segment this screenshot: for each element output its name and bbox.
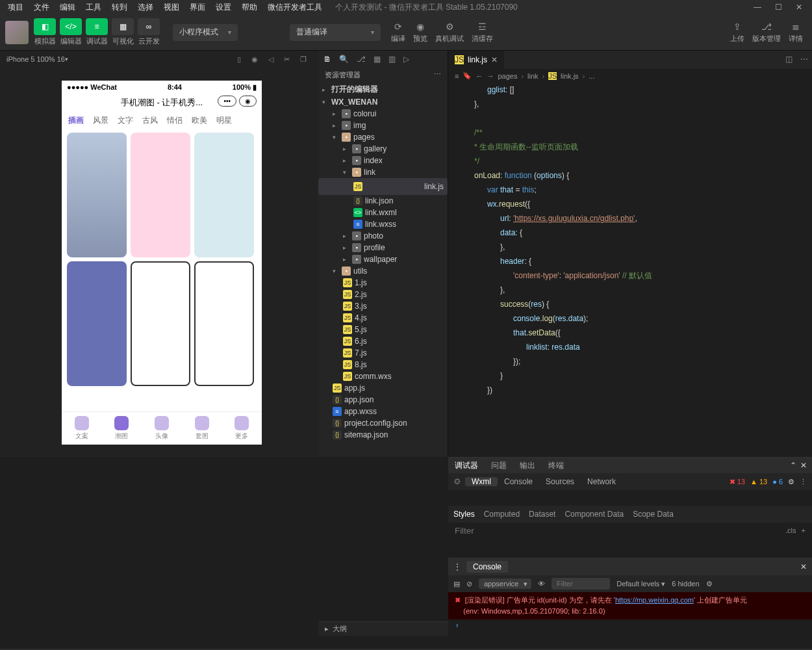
code-area[interactable]: gglist: [] }, /** * 生命周期函数--监听页面加载 */ on… — [448, 83, 812, 457]
minimize-icon[interactable]: — — [748, 3, 767, 12]
component-data-tab[interactable]: Component Data — [565, 510, 624, 519]
tree-file[interactable]: JSlink.js — [318, 178, 448, 195]
mute-icon[interactable]: ◁ — [268, 55, 273, 64]
visual-button[interactable]: ▦ — [112, 18, 134, 35]
tree-file[interactable]: JS5.js — [318, 324, 448, 335]
cut-icon[interactable]: ✂ — [284, 55, 290, 64]
menu-item[interactable]: 工具 — [82, 1, 105, 14]
tree-file[interactable]: JScomm.wxs — [318, 370, 448, 382]
console-tab[interactable]: Console — [498, 477, 539, 486]
tree-file[interactable]: JS3.js — [318, 300, 448, 312]
tree-file[interactable]: JS1.js — [318, 277, 448, 289]
forward-icon[interactable]: → — [487, 72, 494, 80]
device-info[interactable]: iPhone 5 100% 16 — [6, 55, 65, 63]
dataset-tab[interactable]: Dataset — [529, 510, 555, 519]
tree-folder[interactable]: ▾▪pages — [318, 131, 448, 143]
tree-folder[interactable]: ▾▪link — [318, 166, 448, 178]
wallpaper-item[interactable] — [67, 261, 127, 386]
console-input[interactable]: › — [448, 619, 812, 631]
record-icon[interactable]: ◉ — [251, 55, 258, 64]
capsule-menu-icon[interactable]: ••• — [218, 96, 236, 107]
menu-item[interactable]: 帮助 — [238, 1, 261, 14]
preview-icon[interactable]: ◉ — [414, 21, 427, 32]
tree-file[interactable]: ≡app.wxss — [318, 406, 448, 417]
network-tab[interactable]: Network — [581, 477, 622, 486]
menu-item[interactable]: 编辑 — [56, 1, 79, 14]
chevron-up-icon[interactable]: ⌃ — [790, 461, 796, 470]
tree-file[interactable]: JSapp.js — [318, 382, 448, 394]
back-icon[interactable]: ← — [476, 72, 483, 80]
more-icon[interactable]: ⋯ — [796, 51, 812, 69]
settings-icon[interactable]: ⚙ — [706, 580, 713, 588]
compile-select[interactable]: 普通编译▾ — [290, 24, 381, 41]
tree-folder[interactable]: ▸▪wallpaper — [318, 254, 448, 265]
category-tab[interactable]: 插画 — [68, 115, 84, 126]
version-icon[interactable]: ⎇ — [760, 21, 773, 32]
search-icon[interactable]: 🔍 — [339, 55, 349, 64]
more-icon[interactable]: ⋮ — [800, 478, 807, 486]
tree-file[interactable]: JS2.js — [318, 289, 448, 300]
warning-badge[interactable]: ▲ 13 — [750, 478, 767, 486]
category-tab[interactable]: 明星 — [216, 115, 232, 126]
branch-icon[interactable]: ⎇ — [357, 55, 366, 64]
filter-input[interactable] — [455, 526, 785, 536]
problems-tab[interactable]: 问题 — [485, 460, 513, 471]
wallpaper-item[interactable] — [194, 133, 254, 257]
tree-folder[interactable]: ▸▪img — [318, 120, 448, 131]
menu-item[interactable]: 转到 — [108, 1, 131, 14]
split-icon[interactable]: ◫ — [781, 51, 796, 69]
tabbar-item[interactable]: 潮图 — [114, 416, 129, 441]
levels-select[interactable]: Default levels ▾ — [616, 580, 665, 588]
tree-folder[interactable]: ▸▪photo — [318, 230, 448, 242]
output-tab[interactable]: 输出 — [513, 460, 542, 471]
computed-tab[interactable]: Computed — [484, 510, 520, 519]
wallpaper-item[interactable] — [131, 133, 190, 257]
menu-item[interactable]: 视图 — [160, 1, 183, 14]
close-icon[interactable]: ✕ — [790, 3, 808, 12]
menu-item[interactable]: 微信开发者工具 — [264, 1, 326, 14]
tree-file[interactable]: {}sitemap.json — [318, 429, 448, 441]
editor-tab[interactable]: JSlink.js✕ — [448, 51, 504, 69]
remote-debug-icon[interactable]: ⚙ — [443, 21, 456, 32]
explorer-icon[interactable]: 🗎 — [324, 55, 331, 64]
grid-icon[interactable]: ▦ — [374, 55, 381, 64]
clear-icon[interactable]: ⊘ — [466, 580, 472, 588]
category-tab[interactable]: 文字 — [118, 115, 133, 126]
category-tab[interactable]: 古风 — [142, 115, 158, 126]
tabbar-item[interactable]: 文案 — [75, 416, 89, 441]
capsule-close-icon[interactable]: ◉ — [239, 96, 257, 107]
more-icon[interactable]: ⋯ — [434, 70, 441, 80]
eye-icon[interactable]: 👁 — [538, 580, 545, 588]
tree-file[interactable]: {}app.json — [318, 394, 448, 406]
settings-icon[interactable]: ⚙ — [788, 478, 794, 486]
clear-cache-icon[interactable]: ☲ — [476, 21, 489, 32]
breadcrumb[interactable]: ≡ 🔖 ← → pages› link› JSlink.js› ... — [448, 69, 812, 83]
hidden-label[interactable]: 6 hidden — [672, 580, 699, 588]
tree-file[interactable]: JS6.js — [318, 335, 448, 347]
tree-folder[interactable]: ▸▪colorui — [318, 108, 448, 120]
simulator-button[interactable]: ◧ — [34, 18, 56, 35]
tabbar-item[interactable]: 头像 — [155, 416, 169, 441]
tabbar-item[interactable]: 套图 — [195, 416, 209, 441]
sources-tab[interactable]: Sources — [539, 477, 581, 486]
styles-tab[interactable]: Styles — [453, 510, 475, 519]
menu-item[interactable]: 选择 — [134, 1, 157, 14]
outline-section[interactable]: ▸大纲 — [318, 621, 448, 636]
wallpaper-item[interactable] — [131, 261, 190, 386]
tree-file[interactable]: JS4.js — [318, 312, 448, 324]
tree-file[interactable]: JS7.js — [318, 347, 448, 359]
wxml-tab[interactable]: Wxml — [465, 477, 498, 486]
tree-file[interactable]: {}link.json — [318, 195, 448, 207]
more-icon[interactable]: ⋮ — [453, 562, 461, 571]
tree-file[interactable]: {}project.config.json — [318, 417, 448, 429]
tree-folder[interactable]: ▸▪gallery — [318, 143, 448, 155]
debugger-button[interactable]: ≡ — [86, 18, 108, 35]
wallpaper-item[interactable] — [67, 133, 127, 257]
tree-folder[interactable]: ▾▪utils — [318, 265, 448, 277]
sidebar-icon[interactable]: ▤ — [453, 580, 460, 588]
debugger-tab[interactable]: 调试器 — [448, 460, 485, 471]
close-icon[interactable]: ✕ — [800, 562, 807, 571]
ext-icon[interactable]: ▥ — [388, 55, 396, 64]
tree-file[interactable]: <>link.wxml — [318, 207, 448, 218]
inspect-icon[interactable]: ⯐ — [453, 477, 461, 486]
